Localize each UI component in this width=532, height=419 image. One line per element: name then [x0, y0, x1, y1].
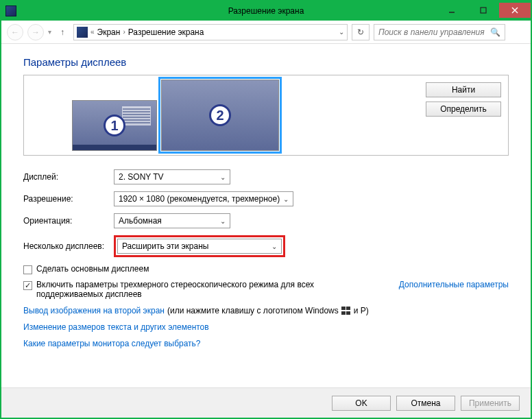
apply-button[interactable]: Применить	[461, 396, 520, 411]
detect-button[interactable]: Найти	[426, 82, 501, 97]
app-icon	[5, 5, 16, 16]
multiple-displays-select[interactable]: Расширить эти экраны ⌄	[117, 239, 282, 254]
highlight-annotation: Расширить эти экраны ⌄	[114, 235, 285, 257]
back-button[interactable]: ←	[7, 24, 23, 40]
navbar: ← → ▾ ↑ « Экран › Разрешение экрана ⌄ ↻ …	[1, 21, 531, 44]
resolution-select[interactable]: 1920 × 1080 (рекомендуется, трехмерное) …	[114, 191, 293, 206]
search-icon[interactable]: 🔍	[490, 27, 500, 37]
stereo-label: Включить параметры трехмерного стереоско…	[36, 280, 331, 299]
monitor-1[interactable]: 1	[72, 100, 157, 151]
up-button[interactable]: ↑	[56, 25, 69, 39]
resolution-label: Разрешение:	[23, 194, 114, 204]
orientation-label: Ориентация:	[23, 216, 114, 226]
windows-logo-icon	[341, 307, 351, 315]
monitor-number: 1	[104, 115, 125, 136]
page-heading: Параметры дисплеев	[23, 56, 509, 68]
chevron-down-icon: ⌄	[271, 243, 277, 250]
orientation-select[interactable]: Альбомная ⌄	[114, 213, 230, 228]
window-title: Разрешение экрана	[228, 6, 304, 16]
close-button[interactable]	[499, 3, 531, 18]
settings-form: Дисплей: 2. SONY TV ⌄ Разрешение: 1920 ×…	[23, 169, 509, 348]
svg-rect-1	[481, 8, 486, 13]
titlebar[interactable]: Разрешение экрана	[1, 1, 531, 21]
chevron-down-icon: ⌄	[220, 217, 226, 225]
display-select[interactable]: 2. SONY TV ⌄	[114, 169, 230, 184]
breadcrumb[interactable]: « Экран › Разрешение экрана ⌄	[73, 24, 348, 40]
second-screen-text: (или нажмите клавишу с логотипом Windows	[167, 306, 339, 315]
advanced-settings-link[interactable]: Дополнительные параметры	[399, 280, 509, 289]
forward-button[interactable]: →	[27, 24, 44, 40]
refresh-button[interactable]: ↻	[352, 24, 370, 40]
search-box[interactable]: 🔍	[374, 24, 505, 40]
display-preview: 1 2 Найти Определить	[23, 75, 509, 156]
ok-button[interactable]: OK	[332, 396, 391, 411]
search-input[interactable]	[378, 27, 490, 37]
breadcrumb-dropdown-icon[interactable]: ⌄	[339, 28, 344, 36]
chevron-down-icon: ⌄	[283, 195, 289, 203]
multiple-displays-label: Несколько дисплеев:	[23, 241, 114, 251]
breadcrumb-seg[interactable]: Разрешение экрана	[128, 27, 204, 37]
chevron-icon: «	[90, 28, 95, 36]
dialog-footer: OK Отмена Применить	[1, 387, 531, 418]
multiple-displays-value: Расширить эти экраны	[122, 241, 208, 251]
chevron-right-icon: ›	[123, 28, 125, 36]
breadcrumb-seg[interactable]: Экран	[97, 27, 121, 37]
monitor-icon	[77, 27, 88, 38]
minimize-button[interactable]	[436, 3, 468, 18]
which-monitor-link[interactable]: Какие параметры монитора следует выбрать…	[23, 339, 201, 348]
monitor-number: 2	[209, 104, 231, 126]
second-screen-text-end: и P)	[354, 306, 369, 315]
orientation-value: Альбомная	[119, 216, 162, 226]
cancel-button[interactable]: Отмена	[396, 396, 455, 411]
resolution-value: 1920 × 1080 (рекомендуется, трехмерное)	[119, 194, 280, 204]
display-value: 2. SONY TV	[119, 172, 164, 182]
maximize-button[interactable]	[468, 3, 499, 18]
text-size-link[interactable]: Изменение размеров текста и других элеме…	[23, 322, 209, 332]
chevron-down-icon: ⌄	[220, 173, 226, 181]
content-area: Параметры дисплеев 1 2 Найти Определить …	[1, 44, 531, 387]
window-frame: Разрешение экрана ← → ▾ ↑ « Экран › Разр…	[0, 0, 532, 419]
second-screen-link[interactable]: Вывод изображения на второй экран	[23, 306, 165, 315]
history-dropdown-icon[interactable]: ▾	[48, 28, 51, 36]
stereo-checkbox[interactable]	[23, 281, 32, 290]
display-label: Дисплей:	[23, 172, 114, 182]
identify-button[interactable]: Определить	[426, 101, 501, 117]
desktop-grid-icon	[122, 106, 151, 125]
make-main-label: Сделать основным дисплеем	[36, 264, 149, 274]
monitor-2[interactable]: 2	[161, 80, 279, 151]
taskbar-icon	[73, 145, 156, 150]
window-controls	[436, 4, 531, 18]
make-main-checkbox[interactable]	[23, 265, 32, 274]
